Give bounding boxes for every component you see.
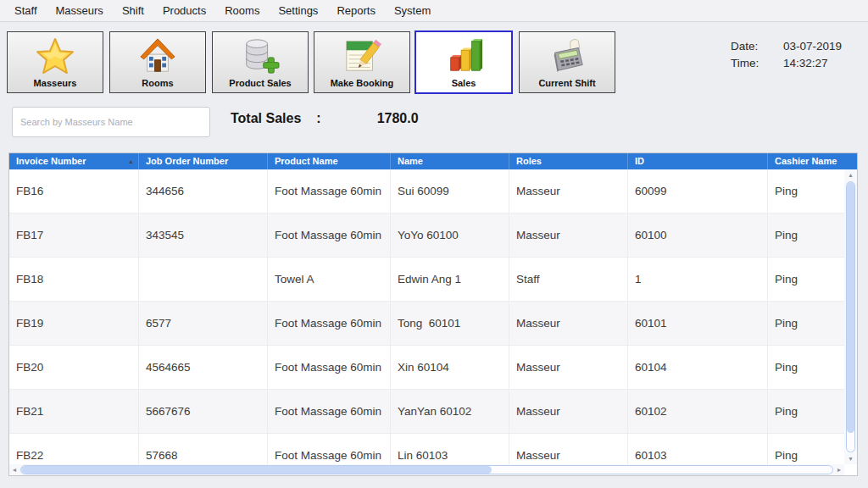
make-booking-button[interactable]: Make Booking [314,31,410,93]
table-cell: Xin 60104 [391,346,509,389]
current-shift-button[interactable]: Current Shift [519,31,615,93]
table-row[interactable]: FB18Towel AEdwin Ang 1Staff1Ping [9,258,844,302]
table-cell: Ping [768,434,844,464]
table-cell: Foot Massage 60min [268,346,391,389]
table-cell: Tong 60101 [391,302,509,345]
table-cell: Masseur [509,214,628,257]
column-header-product-name[interactable]: Product Name [268,153,391,169]
pencil-notepad-icon [342,37,381,78]
masseurs-button[interactable]: Masseurs [7,31,103,93]
column-header-id[interactable]: ID [628,153,768,169]
product-sales-button[interactable]: Product Sales [212,31,309,93]
table-cell: Masseur [509,434,628,464]
table-cell: Lin 60103 [391,434,509,464]
column-header-name[interactable]: Name [391,153,509,169]
table-cell: Masseur [509,302,628,345]
current-shift-button-label: Current Shift [538,78,595,88]
scroll-left-icon[interactable]: ◂ [9,464,19,475]
table-cell: Foot Massage 60min [268,390,391,433]
menu-item-rooms[interactable]: Rooms [215,1,269,20]
sales-table: Invoice Number ▲ Job Order Number Produc… [8,152,858,476]
table-cell: 5667676 [139,390,268,433]
table-cell: 4564665 [139,346,268,389]
make-booking-button-label: Make Booking [331,78,394,88]
house-icon [138,37,177,78]
table-cell: FB16 [9,169,139,213]
table-cell: Ping [768,390,844,433]
rooms-button[interactable]: Rooms [109,31,206,93]
time-label: Time: [731,57,783,69]
table-cell: 344656 [139,169,268,213]
masseurs-button-label: Masseurs [34,78,77,88]
pos-terminal-icon [548,37,587,78]
table-cell: Ping [768,346,844,389]
table-row[interactable]: FB215667676Foot Massage 60minYanYan 6010… [9,390,844,434]
star-icon [36,37,75,78]
table-cell: FB18 [9,258,139,301]
vertical-scroll-track [846,181,855,452]
table-row[interactable]: FB2257668Foot Massage 60minLin 60103Mass… [9,434,844,464]
rooms-button-label: Rooms [142,78,173,88]
table-cell: Masseur [509,390,628,433]
sort-ascending-icon: ▲ [128,153,134,169]
table-row[interactable]: FB204564665Foot Massage 60minXin 60104Ma… [9,346,844,390]
scroll-right-icon[interactable]: ▸ [834,464,844,475]
table-header-row: Invoice Number ▲ Job Order Number Produc… [9,153,857,169]
column-header-cashier-name[interactable]: Cashier Name [768,153,857,169]
horizontal-scroll-thumb[interactable] [21,466,492,474]
table-cell: FB19 [9,302,139,345]
datetime-panel: Date: 03-07-2019 Time: 14:32:27 [731,40,842,69]
menu-item-staff[interactable]: Staff [5,1,47,20]
column-header-roles[interactable]: Roles [509,153,628,169]
menu-item-masseurs[interactable]: Masseurs [47,1,113,20]
menu-bar: Staff Masseurs Shift Products Rooms Sett… [0,0,868,22]
date-label: Date: [731,40,783,53]
menu-item-products[interactable]: Products [153,1,215,20]
total-sales-row: Total Sales : 1780.0 [231,111,419,126]
total-sales-value: 1780.0 [377,111,419,126]
column-header-job-order-number[interactable]: Job Order Number [139,153,268,169]
table-cell: 1 [628,258,768,301]
sales-button[interactable]: Sales [415,30,513,94]
table-cell: Ping [768,302,844,345]
table-cell: 57668 [139,434,268,464]
table-cell: Ping [768,214,844,257]
column-header-invoice-number[interactable]: Invoice Number ▲ [9,153,139,169]
table-row[interactable]: FB16344656Foot Massage 60minSui 60099Mas… [9,169,844,214]
scroll-down-icon[interactable]: ▾ [844,453,857,464]
table-cell: Edwin Ang 1 [391,258,509,301]
sales-button-label: Sales [452,78,476,88]
table-cell [139,258,268,301]
table-cell: FB17 [9,214,139,257]
menu-item-reports[interactable]: Reports [327,1,385,20]
table-cell: FB22 [9,434,139,464]
scroll-up-icon[interactable]: ▴ [844,169,857,180]
menu-item-settings[interactable]: Settings [269,1,327,20]
table-cell: Foot Massage 60min [268,169,391,213]
horizontal-scrollbar[interactable]: ◂ ▸ [9,464,844,475]
table-cell: Foot Massage 60min [268,214,391,257]
table-cell: Towel A [268,258,391,301]
table-cell: Masseur [509,346,628,389]
table-cell: 60100 [628,214,768,257]
table-cell: Masseur [509,169,628,213]
table-cell: FB20 [9,346,139,389]
table-row[interactable]: FB17343545Foot Massage 60minYoYo 60100Ma… [9,214,844,258]
table-cell: FB21 [9,390,139,433]
table-cell: 60099 [628,169,768,213]
table-cell: 343545 [139,214,268,257]
vertical-scrollbar[interactable]: ▴ ▾ [844,169,857,464]
search-input[interactable] [12,107,210,137]
table-row[interactable]: FB196577Foot Massage 60minTong 60101Mass… [9,302,844,346]
table-body: FB16344656Foot Massage 60minSui 60099Mas… [9,169,844,464]
vertical-scroll-thumb[interactable] [847,182,854,433]
database-add-icon [241,37,280,78]
menu-item-shift[interactable]: Shift [113,1,153,20]
menu-item-system[interactable]: System [385,1,440,20]
table-cell: 60101 [628,302,768,345]
table-cell: Foot Massage 60min [268,302,391,345]
table-cell: YoYo 60100 [391,214,509,257]
date-value: 03-07-2019 [783,40,842,53]
table-cell: YanYan 60102 [391,390,509,433]
horizontal-scroll-track [20,465,833,474]
